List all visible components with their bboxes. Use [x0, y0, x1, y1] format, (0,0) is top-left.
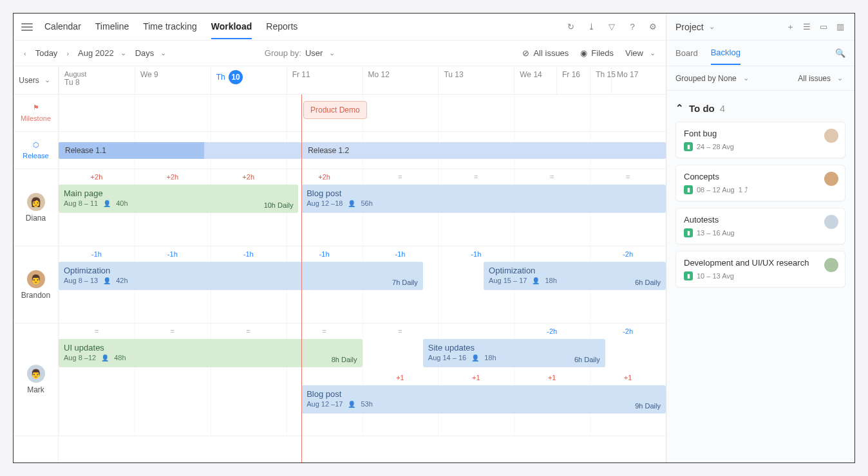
card-autotests[interactable]: Autotests ▮13 – 16 Aug: [675, 208, 845, 244]
today-badge: 10: [229, 70, 243, 84]
gear-icon[interactable]: ⚙: [648, 22, 658, 32]
grid-body: ⚑Milestone ⬡Release 👩Diana 👨Brandon 👨Mar…: [14, 95, 666, 462]
chevron-down-icon: ⌄: [647, 49, 658, 57]
avatar: [824, 258, 838, 272]
all-issues-label: All issues: [533, 48, 569, 58]
help-icon[interactable]: ?: [627, 22, 637, 32]
grouped-by-picker[interactable]: Grouped by None⌄: [675, 74, 751, 83]
group-head-todo[interactable]: ⌃ To do 4: [675, 97, 845, 122]
bookmark-icon: ▮: [684, 271, 693, 280]
prev-icon[interactable]: ‹: [21, 50, 29, 57]
task-main-page[interactable]: Main page Aug 8 – 11👤40h 10h Daily: [59, 185, 298, 213]
ship-icon: ⬡: [33, 141, 39, 149]
chevron-down-icon: ⌄: [42, 76, 53, 84]
side-tab-board[interactable]: Board: [675, 42, 698, 64]
list-icon[interactable]: ☰: [802, 22, 812, 32]
chevron-down-icon: ⌄: [118, 49, 129, 57]
task-blog-post[interactable]: Blog post Aug 12 –18👤56h: [301, 185, 666, 213]
chevron-down-icon: ⌄: [706, 23, 717, 31]
download-icon[interactable]: ⤓: [586, 22, 596, 32]
task-blog-post-2[interactable]: Blog post Aug 12 –17👤53h 9h Daily: [301, 385, 666, 414]
card-font-bug[interactable]: Font bug ▮24 – 28 Avg: [675, 122, 845, 158]
tab-calendar[interactable]: Calendar: [44, 15, 81, 39]
release-bar-1[interactable]: Release 1.1: [59, 142, 301, 159]
day-col-3: Fr 11: [287, 66, 363, 94]
card-title: Concepts: [684, 172, 837, 181]
today-button[interactable]: Today: [35, 48, 58, 58]
avatar: [824, 129, 838, 143]
person-icon: 👤: [532, 277, 540, 284]
person-icon: 👤: [348, 401, 355, 408]
nav-tabs: Calendar Timeline Time tracking Workload…: [44, 15, 297, 39]
groupby-label: Group by:: [265, 48, 301, 58]
row-mark: =====-2h-2h UI updates Aug 8 –12👤48h 8h …: [59, 324, 666, 436]
task-ui-updates[interactable]: UI updates Aug 8 –12👤48h 8h Daily: [59, 339, 363, 367]
side-filters: Grouped by None⌄ All issues⌄: [666, 66, 854, 91]
flag-icon: ⚑: [33, 104, 39, 112]
day-col-5: Tu 13: [438, 66, 514, 94]
tab-reports[interactable]: Reports: [266, 15, 297, 39]
side-tab-backlog[interactable]: Backlog: [711, 41, 741, 65]
group-count: 4: [720, 103, 725, 114]
milestone-row-label: ⚑Milestone: [14, 95, 58, 132]
milestone-row: Product Demo: [59, 95, 666, 132]
release-bar-2[interactable]: Release 1.2: [301, 142, 666, 159]
collapse-icon: ⌃: [675, 102, 684, 114]
groupby-picker[interactable]: Group by: User ⌄: [265, 48, 338, 58]
tab-workload[interactable]: Workload: [211, 15, 252, 39]
side-top-icons: ＋ ☰ ▭ ▥: [785, 22, 845, 32]
main-panel: Calendar Timeline Time tracking Workload…: [14, 14, 666, 462]
filter-icon[interactable]: ▽: [607, 22, 617, 32]
month-picker[interactable]: Aug 2022⌄: [78, 48, 129, 58]
refresh-icon[interactable]: ↻: [565, 22, 576, 32]
day-col-4: Mo 12: [363, 66, 439, 94]
view-label: View: [625, 48, 643, 58]
card-title: Autotests: [684, 215, 837, 224]
group-title: To do: [689, 103, 715, 114]
user-cell-mark: 👨Mark: [14, 324, 58, 436]
row-diana: +2h+2h+2h+2h==== Main page Aug 8 – 11👤40…: [59, 169, 666, 246]
layout-icon[interactable]: ▭: [818, 22, 829, 32]
next-icon[interactable]: ›: [64, 50, 71, 57]
fields-toggle[interactable]: ◉Fileds: [580, 48, 614, 58]
hours-mark-2: +1+1+1+1: [59, 374, 666, 381]
unit-label: Days: [135, 48, 155, 58]
unit-picker[interactable]: Days⌄: [135, 48, 169, 58]
day-col-2: Th 10: [211, 66, 287, 94]
toolbar-icons: ↻ ⤓ ▽ ? ⚙: [565, 22, 658, 32]
project-picker[interactable]: Project⌄: [675, 22, 717, 32]
task-optimization-2[interactable]: Optimization Aug 15 – 17👤18h 6h Daily: [484, 262, 666, 290]
all-issues-toggle[interactable]: ⊘All issues: [522, 48, 569, 58]
day-col-7: Th 15: [590, 66, 666, 94]
search-icon[interactable]: 🔍: [835, 48, 845, 59]
card-meta: ▮08 – 12 Aug 1 ⤴: [684, 185, 837, 194]
side-allissues-picker[interactable]: All issues⌄: [798, 74, 845, 83]
days-header: Users⌄ AugustTu 8 We 9 Th 10 Fr 11 Mo 12…: [14, 66, 666, 95]
person-icon: 👤: [471, 354, 479, 362]
hours-diana: +2h+2h+2h+2h====: [59, 173, 666, 181]
milestone-product-demo[interactable]: Product Demo: [303, 101, 367, 119]
task-optimization-1[interactable]: Optimization Aug 8 – 13👤42h 7h Daily: [59, 262, 423, 290]
bookmark-icon: ▮: [684, 185, 693, 194]
bookmark-icon: ▮: [684, 228, 693, 237]
person-icon: 👤: [348, 200, 355, 207]
card-concepts[interactable]: Concepts ▮08 – 12 Aug 1 ⤴: [675, 165, 845, 201]
archive-icon[interactable]: ▥: [835, 22, 845, 32]
person-icon: 👤: [103, 200, 111, 207]
view-picker[interactable]: View⌄: [625, 48, 658, 58]
tab-timeline[interactable]: Timeline: [95, 15, 129, 39]
today-line: [301, 95, 302, 462]
users-column-header[interactable]: Users⌄: [14, 66, 59, 94]
side-top: Project⌄ ＋ ☰ ▭ ▥: [666, 14, 854, 41]
workload-grid: Users⌄ AugustTu 8 We 9 Th 10 Fr 11 Mo 12…: [14, 66, 666, 462]
canvas: Product Demo Release 1.1 Release 1.2 +2h…: [59, 95, 666, 462]
add-icon[interactable]: ＋: [785, 22, 795, 32]
bookmark-icon: ▮: [684, 142, 693, 151]
tab-timetracking[interactable]: Time tracking: [143, 15, 197, 39]
menu-icon[interactable]: [21, 23, 33, 31]
chevron-down-icon: ⌄: [326, 49, 337, 57]
task-site-updates[interactable]: Site updates Aug 14 – 16👤18h 6h Daily: [423, 339, 605, 367]
card-title: Development and UI/UX research: [684, 258, 837, 268]
chevron-down-icon: ⌄: [835, 74, 845, 82]
card-development[interactable]: Development and UI/UX research ▮10 – 13 …: [675, 251, 845, 288]
